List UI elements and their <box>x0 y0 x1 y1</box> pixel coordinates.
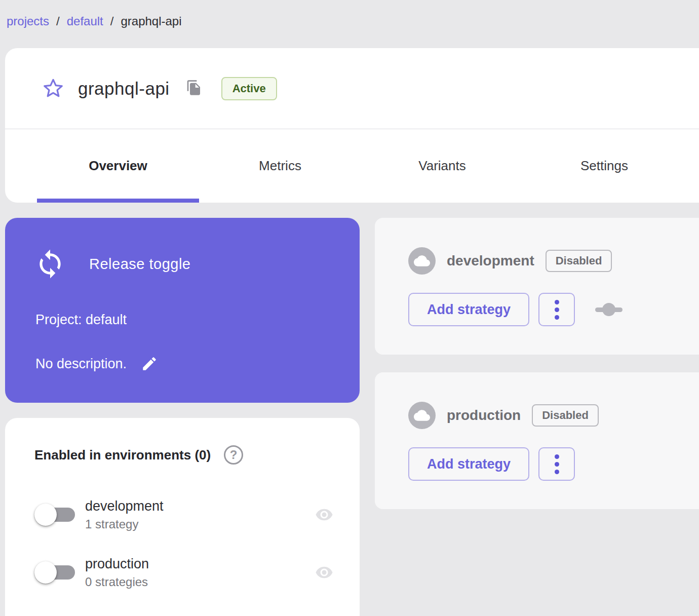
project-label: Project: default <box>35 312 334 328</box>
tab-variants-label: Variants <box>418 158 465 174</box>
release-toggle-icon <box>34 247 66 281</box>
page-title: graphql-api <box>78 79 170 99</box>
environment-status-badge: Disabled <box>546 250 612 272</box>
breadcrumb-separator: / <box>110 14 114 28</box>
visibility-eye-icon[interactable] <box>312 563 336 582</box>
breadcrumb-current: graphql-api <box>121 14 181 28</box>
description-text: No description. <box>35 356 127 372</box>
tab-overview[interactable]: Overview <box>37 129 199 203</box>
breadcrumb-separator: / <box>56 14 60 28</box>
feature-header-card: graphql-api Active Overview Metrics Vari… <box>5 48 699 203</box>
add-strategy-button[interactable]: Add strategy <box>408 447 529 481</box>
enabled-environments-card: Enabled in environments (0) ? developmen… <box>5 418 360 616</box>
toggle-overview-card: Release toggle Project: default No descr… <box>5 218 360 403</box>
breadcrumb-projects-link[interactable]: projects <box>7 14 49 28</box>
production-environment-panel: production Disabled Add strategy <box>375 372 699 509</box>
add-strategy-button[interactable]: Add strategy <box>408 293 529 326</box>
kebab-dot <box>555 300 559 304</box>
environment-more-menu-button[interactable] <box>538 447 575 481</box>
production-toggle[interactable] <box>34 561 75 584</box>
copy-name-icon[interactable] <box>186 80 202 98</box>
development-toggle[interactable] <box>34 504 75 526</box>
kebab-dot <box>555 454 559 459</box>
status-badge: Active <box>221 77 277 100</box>
toggle-knob <box>34 561 57 584</box>
active-tab-indicator <box>37 199 199 203</box>
kebab-dot <box>555 462 559 467</box>
toggle-type-row: Release toggle <box>34 247 334 281</box>
toggle-knob <box>34 504 57 526</box>
environment-row-production: production 0 strategies <box>34 557 336 588</box>
favorite-star-icon[interactable] <box>42 77 65 100</box>
breadcrumb: projects / default / graphql-api <box>7 14 182 28</box>
strategy-slider-icon <box>595 303 623 316</box>
panel-environment-name: development <box>447 253 534 269</box>
environment-cloud-icon <box>408 402 436 429</box>
environment-name: production <box>85 556 149 572</box>
kebab-dot <box>555 307 559 312</box>
tabs: Overview Metrics Variants Settings <box>37 129 699 203</box>
environment-row-development: development 1 strategy <box>34 499 336 530</box>
tab-settings[interactable]: Settings <box>523 129 685 203</box>
tab-variants[interactable]: Variants <box>361 129 523 203</box>
tab-settings-label: Settings <box>580 158 628 174</box>
environment-name: development <box>85 498 164 514</box>
kebab-dot <box>555 315 559 320</box>
tab-overview-label: Overview <box>89 158 147 174</box>
title-row: graphql-api Active <box>5 48 699 129</box>
toggle-type-label: Release toggle <box>89 256 190 273</box>
edit-description-icon[interactable] <box>141 355 158 372</box>
environment-status-badge: Disabled <box>532 404 599 427</box>
environment-more-menu-button[interactable] <box>538 293 575 326</box>
visibility-eye-icon[interactable] <box>312 506 336 524</box>
environment-strategy-count: 1 strategy <box>85 517 164 531</box>
panel-environment-name: production <box>447 407 521 423</box>
help-icon[interactable]: ? <box>224 445 243 465</box>
kebab-dot <box>555 470 559 474</box>
enabled-environments-heading: Enabled in environments (0) <box>34 447 211 463</box>
environment-cloud-icon <box>408 247 436 275</box>
tab-metrics[interactable]: Metrics <box>199 129 361 203</box>
environment-strategy-count: 0 strategies <box>85 575 149 589</box>
development-environment-panel: development Disabled Add strategy <box>375 218 699 355</box>
tab-metrics-label: Metrics <box>259 158 301 174</box>
breadcrumb-default-link[interactable]: default <box>67 14 103 28</box>
